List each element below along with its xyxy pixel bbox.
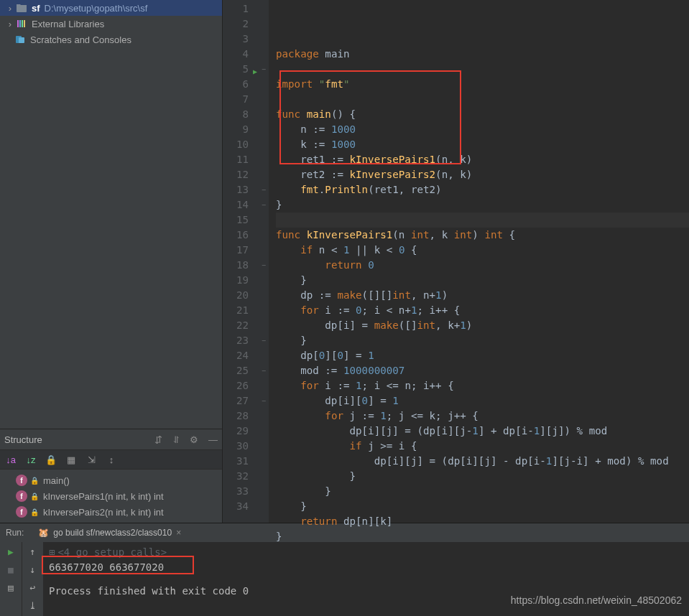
svg-rect-0 xyxy=(17,20,19,27)
run-toolbar-left: ▶ ■ ▤ xyxy=(0,542,22,616)
chevron-right-icon[interactable]: › xyxy=(6,19,14,29)
structure-item-kinverse2[interactable]: f 🔒 kInversePairs2(n int, k int) int xyxy=(0,504,222,520)
structure-panel: Structure ⇵ ⥯ ⚙ — ↓a ↓z 🔒 ▦ ⇲ ↕ f 🔒 xyxy=(0,429,222,523)
autoscroll-button[interactable]: ↕ xyxy=(105,453,118,466)
library-icon xyxy=(16,18,27,29)
svg-rect-1 xyxy=(19,20,21,27)
lock-icon: 🔒 xyxy=(30,477,39,485)
scratches-icon xyxy=(14,34,26,45)
fold-column[interactable]: −−−−−−− xyxy=(259,0,269,523)
structure-item-label: kInversePairs1(n int, k int) int xyxy=(43,491,164,502)
navigate-button[interactable]: ⇲ xyxy=(85,453,98,466)
stop-button[interactable]: ■ xyxy=(8,564,14,575)
line-number-gutter[interactable]: 1234▶56789101112131415161718192021222324… xyxy=(223,0,259,523)
external-libraries-label: External Libraries xyxy=(32,19,104,29)
scratches-label: Scratches and Consoles xyxy=(30,34,131,45)
run-finished-line: Process finished with exit code 0 xyxy=(49,584,683,599)
scratches-node[interactable]: Scratches and Consoles xyxy=(0,32,222,47)
project-tree: › sf D:\mysetup\gopath\src\sf › External… xyxy=(0,0,222,429)
run-tab[interactable]: 🐹 go build sf/newclass2/class010 × xyxy=(34,526,185,539)
function-badge-icon: f xyxy=(16,506,27,518)
structure-item-kinverse1[interactable]: f 🔒 kInversePairs1(n int, k int) int xyxy=(0,488,222,504)
arrow-down-icon[interactable]: ↓ xyxy=(30,564,36,575)
run-output-line: 663677020 663677020 xyxy=(49,560,683,575)
structure-item-label: main() xyxy=(43,475,70,486)
structure-item-label: kInversePairs2(n int, k int) int xyxy=(43,507,164,518)
chevron-right-icon[interactable]: › xyxy=(6,3,14,14)
go-file-icon: 🐹 xyxy=(38,528,49,538)
function-badge-icon: f xyxy=(16,490,27,502)
external-libraries-node[interactable]: › External Libraries xyxy=(0,16,222,32)
left-column: › sf D:\mysetup\gopath\src\sf › External… xyxy=(0,0,223,523)
structure-header: Structure ⇵ ⥯ ⚙ — xyxy=(0,429,222,449)
layout-button[interactable]: ▤ xyxy=(8,582,14,593)
svg-rect-3 xyxy=(24,20,25,27)
project-root-label: sf xyxy=(32,3,40,14)
code-area[interactable]: package main import "fmt" func main() { … xyxy=(269,0,689,523)
structure-title: Structure xyxy=(4,434,147,445)
project-root-path: D:\mysetup\gopath\src\sf xyxy=(45,3,148,14)
run-tab-label: go build sf/newclass2/class010 xyxy=(53,528,172,538)
settings-gear-icon[interactable]: ⚙ xyxy=(190,434,198,445)
sort-visibility-button[interactable]: ↓z xyxy=(24,453,37,466)
close-icon[interactable]: × xyxy=(176,528,181,538)
expand-marker-icon[interactable]: ⊞ xyxy=(49,545,55,560)
folder-icon xyxy=(16,2,27,14)
project-root-node[interactable]: › sf D:\mysetup\gopath\src\sf xyxy=(0,0,222,16)
structure-list: f 🔒 main() f 🔒 kInversePairs1(n int, k i… xyxy=(0,470,222,523)
arrow-up-icon[interactable]: ↑ xyxy=(30,546,36,557)
filter-field-button[interactable]: ▦ xyxy=(65,453,78,466)
lock-icon: 🔒 xyxy=(30,493,39,500)
run-label: Run: xyxy=(6,528,24,538)
run-toolbar-second: ↑ ↓ ↩ ⤓ xyxy=(22,542,43,616)
run-setup-line: <4 go setup calls> xyxy=(57,545,167,560)
lock-icon: 🔒 xyxy=(30,508,39,516)
sort-alpha-button[interactable]: ↓a xyxy=(4,453,17,466)
expand-all-icon[interactable]: ⇵ xyxy=(154,434,162,445)
filter-lock-button[interactable]: 🔒 xyxy=(45,453,57,466)
scroll-to-end-button[interactable]: ⤓ xyxy=(29,600,37,611)
structure-item-main[interactable]: f 🔒 main() xyxy=(0,472,222,488)
function-badge-icon: f xyxy=(16,475,27,486)
svg-rect-5 xyxy=(19,37,24,43)
rerun-button[interactable]: ▶ xyxy=(8,546,14,557)
hide-panel-icon[interactable]: — xyxy=(208,434,218,445)
run-output[interactable]: ⊞<4 go setup calls> 663677020 663677020 … xyxy=(43,542,689,616)
collapse-all-icon[interactable]: ⥯ xyxy=(172,434,180,445)
code-editor[interactable]: 1234▶56789101112131415161718192021222324… xyxy=(223,0,689,523)
soft-wrap-button[interactable]: ↩ xyxy=(30,582,36,593)
structure-toolbar: ↓a ↓z 🔒 ▦ ⇲ ↕ xyxy=(0,449,222,470)
svg-rect-2 xyxy=(22,20,23,27)
